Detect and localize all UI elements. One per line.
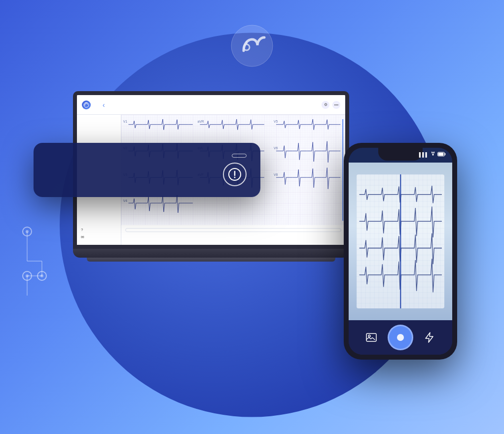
svg-point-37 [26, 274, 29, 277]
svg-text:V1: V1 [123, 120, 128, 123]
svg-rect-26 [366, 334, 376, 341]
svg-point-39 [40, 274, 43, 277]
svg-point-27 [368, 335, 370, 337]
logo-container [230, 24, 274, 70]
exclamation-circle-icon [228, 167, 242, 181]
phone-bottom-bar [349, 320, 452, 355]
svg-point-20 [234, 177, 236, 178]
alert-action-icon-circle[interactable] [223, 163, 247, 186]
phone-frame: ▌▌▌ [344, 143, 457, 360]
svg-text:V5: V5 [274, 120, 278, 123]
laptop-app-logo [82, 100, 93, 109]
phone-ecg-area [349, 163, 452, 320]
phone-flash-button[interactable] [421, 329, 438, 346]
phone-ecg-paper [357, 174, 445, 308]
alert-top-row [47, 154, 247, 158]
laptop-sidebar-bottom: ? ✉ [77, 226, 121, 241]
phone-close-button[interactable] [355, 166, 365, 176]
svg-text:V6: V6 [274, 146, 278, 150]
phone-gallery-button[interactable] [362, 329, 380, 346]
svg-rect-22 [438, 153, 444, 156]
laptop-help-item[interactable]: ? [81, 226, 117, 234]
phone-status-bar: ▌▌▌ [349, 148, 452, 162]
laptop-header: ‹ ⚙ ••• [77, 95, 345, 115]
svg-point-28 [397, 334, 404, 341]
phone-screen: ▌▌▌ [349, 148, 452, 355]
gallery-icon [365, 332, 377, 343]
laptop-logo-icon [82, 100, 91, 109]
laptop-clinic-name [77, 119, 121, 128]
laptop-back-arrow[interactable]: ‹ [103, 101, 105, 109]
laptop-body [73, 249, 349, 258]
signal-icon: ▌▌▌ [419, 152, 429, 157]
pmcardio-logo-icon [230, 24, 274, 68]
phone-status-icons: ▌▌▌ [419, 152, 446, 158]
capture-icon [396, 333, 405, 342]
laptop-header-actions: ⚙ ••• [322, 101, 340, 109]
laptop-contact-item[interactable]: ✉ [81, 234, 117, 241]
ecg-diagnosis-box [125, 228, 341, 232]
phone-capture-button[interactable] [388, 325, 413, 350]
phone-container: ▌▌▌ [344, 143, 457, 360]
alert-action-row [47, 163, 247, 186]
circuit-decoration [17, 222, 57, 302]
laptop-base [87, 258, 335, 262]
help-icon: ? [81, 228, 83, 232]
ecg-footer [121, 225, 345, 245]
svg-point-35 [26, 230, 29, 233]
svg-point-0 [231, 25, 273, 67]
alert-card [34, 143, 260, 197]
svg-text:V4: V4 [123, 200, 128, 203]
battery-icon [437, 152, 446, 158]
laptop-settings-icon[interactable]: ⚙ [322, 101, 329, 109]
alert-severity-badge [232, 154, 247, 158]
svg-text:aVR: aVR [198, 120, 204, 123]
svg-text:V8: V8 [274, 173, 278, 176]
flash-icon [424, 332, 435, 343]
wifi-icon [430, 152, 436, 158]
contact-icon: ✉ [81, 235, 84, 239]
laptop-more-icon[interactable]: ••• [332, 101, 340, 109]
